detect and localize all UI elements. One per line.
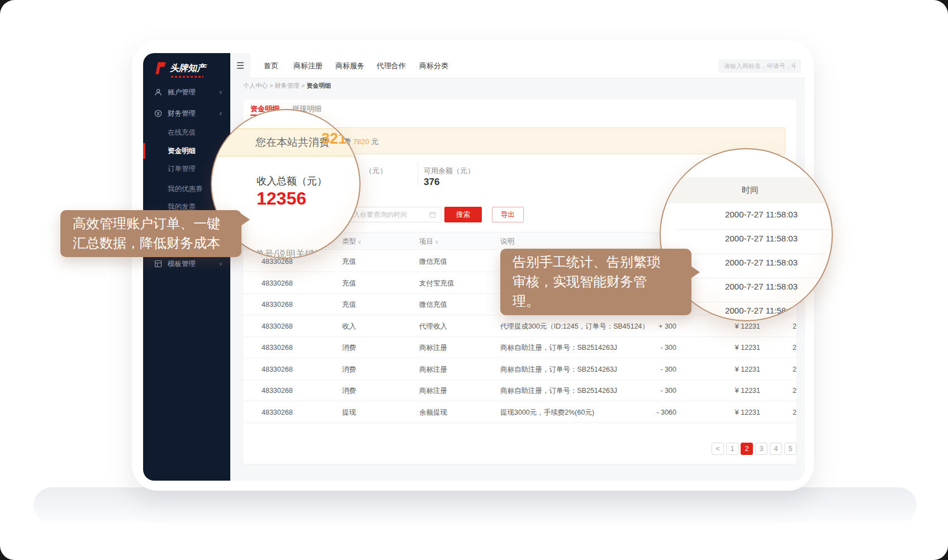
column-header-type[interactable]: 类型∨ — [342, 232, 362, 250]
finance-icon — [154, 110, 162, 117]
cell-type: 消费 — [342, 364, 356, 374]
cell-amount: - 300 — [601, 366, 676, 373]
laptop-base-shadow — [34, 487, 917, 523]
lens-row-separator — [677, 278, 833, 278]
template-icon — [154, 260, 162, 268]
search-button[interactable]: 搜索 — [444, 207, 482, 222]
pagination-page-1[interactable]: 1 — [726, 443, 738, 455]
sort-chevron-icon[interactable]: ∨ — [435, 239, 439, 245]
table-row[interactable]: 48330268 消费 商标注册 商标自助注册，订单号：SB2514263J -… — [243, 337, 797, 358]
chevron-down-icon: ∨ — [219, 261, 222, 267]
cell-amount: - 3060 — [601, 409, 676, 416]
stat-divider — [418, 162, 418, 184]
cell-type: 消费 — [342, 343, 356, 352]
sidebar-item-online-recharge[interactable]: 在线充值 — [143, 125, 230, 140]
hamburger-menu-icon[interactable]: ☰ — [230, 53, 250, 78]
cell-time: 2000-7-27 11:58:03 — [793, 387, 797, 395]
stat-balance-label: 可用余额（元） — [424, 166, 475, 176]
lens-row-separator — [677, 254, 833, 254]
nav-item-trademark-service[interactable]: 商标服务 — [335, 53, 364, 78]
sidebar-item-template[interactable]: 模板管理 ∨ — [143, 256, 230, 272]
sidebar-item-label: 在线充值 — [168, 128, 196, 137]
cell-order: 48330268 — [262, 409, 293, 416]
callout-text: 高效管理账户订单、一键 — [73, 213, 231, 233]
chevron-up-icon: ∧ — [219, 111, 222, 116]
nav-item-agent-cooperation[interactable]: 代理合作 — [377, 53, 406, 78]
brand-name: 头牌知产 — [170, 63, 206, 74]
lens-time-value: 2000-7-27 11:58:03 — [661, 234, 798, 243]
banner-unit: 元 — [371, 137, 378, 146]
column-header-label: 类型 — [342, 238, 356, 245]
column-header-label: 说明 — [500, 238, 514, 245]
cell-desc: 商标自助注册，订单号：SB2514263J — [500, 364, 617, 374]
column-header-label: 项目 — [419, 238, 433, 245]
top-navbar: ☰ 首页 商标注册 商标服务 代理合作 商标分类 — [230, 53, 805, 78]
column-header-project[interactable]: 项目∨ — [419, 232, 439, 250]
lens-banner-prefix: 您在本站共消费 — [255, 135, 330, 150]
lens-time-header: 时间 — [742, 185, 759, 196]
sidebar-item-finance[interactable]: 财务管理 ∧ — [143, 106, 230, 121]
lens-income-label: 收入总额（元） — [257, 174, 327, 188]
callout-text: 告别手工统计、告别繁琐 — [513, 252, 681, 272]
nav-item-trademark-register[interactable]: 商标注册 — [293, 53, 323, 78]
cell-order: 48330268 — [262, 301, 293, 309]
active-item-indicator — [143, 143, 145, 159]
brand-logo-icon — [153, 61, 168, 75]
pagination-page-2-active[interactable]: 2 — [741, 443, 753, 455]
cell-project: 商标注册 — [419, 364, 447, 374]
table-row[interactable]: 48330268 收入 代理收入 代理提成300元（ID:1245，订单号：SB… — [243, 316, 797, 337]
sidebar-item-account[interactable]: 账户管理 ∨ — [143, 84, 230, 100]
cell-time: 2000-7-27 11:58:03 — [793, 366, 797, 373]
callout-arrow-icon — [691, 266, 700, 278]
cell-balance: ¥ 12231 — [685, 344, 760, 352]
nav-item-trademark-category[interactable]: 商标分类 — [419, 53, 448, 78]
cell-project: 余额提现 — [419, 407, 447, 417]
cell-amount: + 300 — [601, 322, 676, 330]
table-row[interactable]: 48330268 消费 商标注册 商标自助注册，订单号：SB2514263J -… — [243, 359, 797, 380]
stat-balance-value: 376 — [424, 177, 439, 188]
breadcrumb-current: 资金明细 — [306, 82, 331, 89]
breadcrumb-home[interactable]: 个人中心 — [243, 82, 268, 89]
breadcrumb: 个人中心 > 财务管理 > 资金明细 — [243, 82, 331, 90]
cell-type: 收入 — [342, 321, 356, 331]
callout-left: 高效管理账户订单、一键 汇总数据，降低财务成本 — [60, 210, 241, 257]
table-row[interactable]: 48330268 提现 余额提现 提现3000元，手续费2%(60元) - 30… — [243, 402, 797, 423]
pagination-page-3[interactable]: 3 — [755, 443, 767, 455]
cell-order: 48330268 — [262, 279, 293, 287]
nav-item-home[interactable]: 首页 — [264, 53, 278, 78]
sidebar-item-label: 财务管理 — [168, 109, 196, 118]
cell-desc: 商标自助注册，订单号：SB2514263J — [500, 343, 617, 352]
breadcrumb-separator: > — [269, 82, 273, 89]
breadcrumb-finance[interactable]: 财务管理 — [275, 82, 300, 89]
cell-balance: ¥ 12231 — [685, 366, 760, 373]
global-search-input[interactable] — [718, 59, 801, 73]
cell-balance: ¥ 12231 — [685, 322, 760, 330]
table-row[interactable]: 48330268 消费 商标注册 商标自助注册，订单号：SB2514263J -… — [243, 380, 797, 401]
sidebar-item-label: 资金明细 — [168, 146, 196, 156]
pagination-page-4[interactable]: 4 — [770, 443, 782, 455]
cell-desc: 提现3000元，手续费2%(60元) — [500, 407, 594, 417]
sort-chevron-icon[interactable]: ∨ — [358, 239, 362, 245]
cell-type: 提现 — [342, 407, 356, 417]
cell-amount: - 300 — [601, 344, 676, 352]
cell-balance: ¥ 12231 — [685, 409, 760, 416]
cell-order: 48330268 — [262, 366, 293, 373]
calendar-icon[interactable] — [429, 211, 436, 218]
column-header-desc: 说明 — [500, 232, 514, 250]
pagination-page-5[interactable]: 5 — [784, 443, 797, 455]
cell-project: 微信充值 — [419, 300, 447, 309]
cell-project: 支付宝充值 — [419, 278, 454, 288]
banner-amount-small: 7820 — [353, 137, 369, 146]
callout-text: 汇总数据，降低财务成本 — [73, 233, 231, 253]
export-button[interactable]: 导出 — [492, 207, 524, 222]
sidebar-item-label: 模板管理 — [168, 259, 196, 269]
cell-project: 微信充值 — [419, 257, 447, 266]
sidebar-item-label: 订单管理 — [168, 164, 196, 174]
cell-type: 充值 — [342, 257, 356, 266]
lens-income-value: 12356 — [257, 188, 306, 209]
cell-type: 充值 — [342, 278, 356, 288]
cell-order: 48330268 — [262, 344, 293, 352]
callout-text: 审核，实现智能财务管 — [513, 272, 681, 291]
pagination-prev-button[interactable]: < — [712, 443, 724, 455]
sidebar: 头牌知产 账户管理 ∨ 财务管理 ∧ 在线充值 资金 — [143, 53, 230, 481]
